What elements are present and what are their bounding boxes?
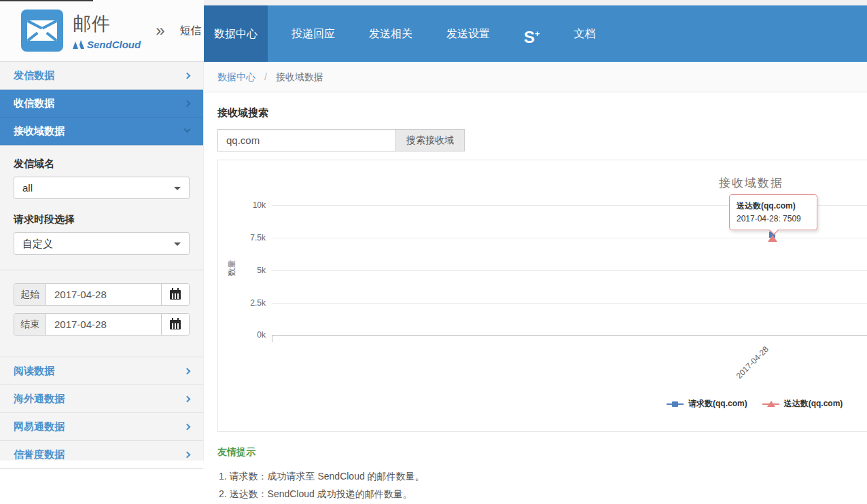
envelope-icon	[27, 20, 57, 41]
top-nav: 数据中心 投递回应 发送相关 发送设置 S+ 文档	[204, 5, 867, 62]
sidebar-item-overseas-data[interactable]: 海外通数据	[0, 385, 203, 413]
end-date-calendar-button[interactable]	[161, 314, 189, 335]
chevron-right-icon	[184, 452, 191, 458]
period-select[interactable]: 自定义	[14, 232, 190, 255]
notes-section: 友情提示 1. 请求数：成功请求至 SendCloud 的邮件数量。 2. 送达…	[217, 446, 867, 504]
axis-tick	[272, 335, 272, 342]
y-tick-label: 7.5k	[218, 232, 266, 244]
chevron-right-icon	[184, 396, 191, 403]
double-chevron-icon: »	[156, 21, 164, 40]
gridline	[272, 303, 867, 304]
notes-title: 友情提示	[217, 446, 867, 458]
note-item: 2. 送达数：SendCloud 成功投递的邮件数量。	[217, 487, 867, 501]
logo-area: 邮件 SendCloud » 短信	[0, 0, 204, 61]
sendcloud-mark-icon	[73, 40, 84, 49]
calendar-icon	[170, 290, 181, 300]
divider	[0, 270, 203, 270]
end-date-group: 结束	[14, 313, 190, 336]
nav-item-docs[interactable]: 文档	[564, 5, 606, 62]
sidebar-item-incoming-data[interactable]: 收信数据	[0, 90, 203, 118]
header: 邮件 SendCloud » 短信 数据中心 投递回应 发送相关 发送设置 S+…	[0, 0, 867, 62]
chevron-right-icon	[184, 101, 191, 107]
nav-item-sending-related[interactable]: 发送相关	[359, 5, 423, 62]
domain-select[interactable]: all	[14, 177, 190, 199]
calendar-icon	[170, 320, 181, 329]
domain-search-input[interactable]	[217, 129, 396, 151]
chart-tooltip: 送达数(qq.com) 2017-04-28: 7509	[729, 194, 817, 230]
product-name: 邮件	[73, 12, 141, 36]
breadcrumb-current: 接收域数据	[276, 71, 323, 82]
note-item: 1. 请求数：成功请求至 SendCloud 的邮件数量。	[217, 469, 867, 483]
nav-item-sending-settings[interactable]: 发送设置	[436, 5, 500, 62]
x-tick-label: 2017-04-28	[735, 333, 783, 381]
chart-title: 接收域数据	[719, 175, 783, 191]
nav-item-data-center[interactable]: 数据中心	[204, 5, 268, 62]
gridline	[272, 238, 867, 238]
content: 接收域搜索 搜索接收域 接收域数据 数量 10k 7.5k	[204, 92, 867, 504]
search-heading: 接收域搜索	[217, 107, 867, 120]
domain-filter-label: 发信域名	[14, 158, 190, 170]
period-filter-label: 请求时段选择	[14, 213, 190, 226]
filter-panel: 发信域名 all 请求时段选择 自定义 起始	[0, 145, 203, 336]
chart-legend: 请求数(qq.com) 送达数(qq.com)	[667, 398, 843, 410]
page: 邮件 SendCloud » 短信 数据中心 投递回应 发送相关 发送设置 S+…	[0, 0, 867, 504]
sms-switcher-link[interactable]: 短信	[180, 24, 202, 38]
screen-edge-artifact	[0, 0, 93, 1]
legend-triangle-icon	[762, 400, 779, 408]
sidebar-item-outgoing-data[interactable]: 发信数据	[0, 62, 203, 90]
chevron-right-icon	[184, 73, 191, 79]
end-date-input[interactable]	[46, 314, 161, 335]
sidebar-item-read-data[interactable]: 阅读数据	[0, 357, 203, 385]
breadcrumb-parent-link[interactable]: 数据中心	[217, 71, 255, 82]
chevron-right-icon	[184, 368, 191, 375]
nav-area: 数据中心 投递回应 发送相关 发送设置 S+ 文档	[204, 0, 867, 61]
legend-item-requests[interactable]: 请求数(qq.com)	[667, 398, 747, 410]
tooltip-series: 送达数(qq.com)	[737, 200, 810, 212]
sidebar: 发信数据 收信数据 接收域数据 发信域名 all	[0, 62, 204, 504]
y-tick-label: 10k	[218, 199, 266, 211]
sidebar-item-receiving-domain-data[interactable]: 接收域数据	[0, 118, 203, 145]
start-date-label: 起始	[14, 284, 46, 305]
search-domain-button[interactable]: 搜索接收域	[395, 129, 465, 151]
logo-texts: 邮件 SendCloud	[73, 12, 141, 50]
sidebar-item-netease-data[interactable]: 网易通数据	[0, 413, 203, 441]
y-tick-label: 0k	[218, 329, 266, 341]
brand-name: SendCloud	[87, 39, 141, 50]
caret-down-icon	[174, 242, 181, 246]
data-point-delivered[interactable]	[768, 235, 777, 242]
start-date-calendar-button[interactable]	[161, 284, 189, 305]
chevron-right-icon	[184, 424, 191, 431]
mail-logo-icon	[21, 10, 63, 52]
y-tick-label: 5k	[218, 264, 266, 276]
legend-square-icon	[667, 400, 684, 408]
legend-item-delivered[interactable]: 送达数(qq.com)	[762, 398, 843, 410]
sidebar-item-reputation-data[interactable]: 信誉度数据	[0, 441, 203, 469]
tooltip-value: 2017-04-28: 7509	[737, 214, 810, 223]
breadcrumb: 数据中心 / 接收域数据	[204, 62, 867, 92]
main-area: 数据中心 / 接收域数据 接收域搜索 搜索接收域 接收域数据 数量	[204, 62, 867, 504]
start-date-input[interactable]	[46, 284, 161, 305]
breadcrumb-separator: /	[264, 71, 267, 82]
chevron-down-icon	[184, 126, 191, 133]
gridline	[272, 270, 867, 271]
y-tick-label: 2.5k	[218, 297, 266, 309]
end-date-label: 结束	[14, 314, 46, 335]
start-date-group: 起始	[14, 283, 190, 306]
s-plus-logo: S+	[524, 28, 540, 46]
nav-item-delivery-response[interactable]: 投递回应	[281, 5, 345, 62]
caret-down-icon	[174, 187, 181, 190]
nav-item-s-plus[interactable]: S+	[514, 5, 550, 62]
chart-panel: 接收域数据 数量 10k 7.5k 5k 2.5k 0k	[217, 160, 867, 432]
